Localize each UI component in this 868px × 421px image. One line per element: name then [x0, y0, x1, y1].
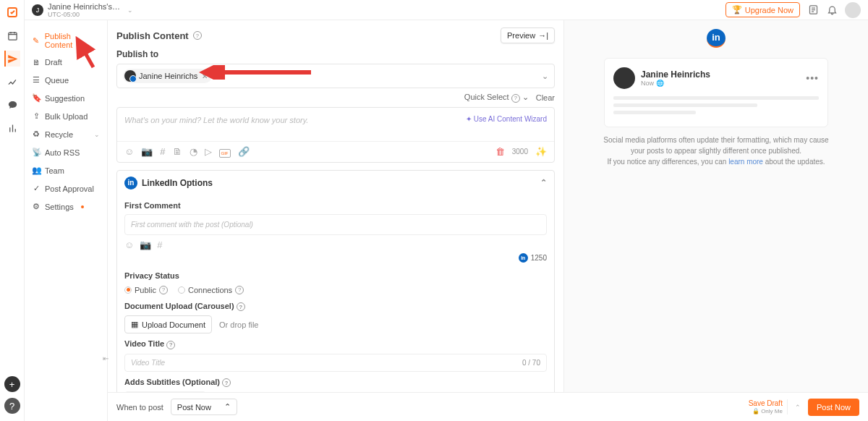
when-to-post-label: When to post [116, 403, 163, 412]
gear-icon: ⚙ [32, 202, 41, 211]
save-draft-button[interactable]: Save Draft 🔒Only Me [749, 399, 788, 415]
trash-icon[interactable]: 🗑 [495, 146, 505, 157]
upload-document-button[interactable]: ▦Upload Document [124, 315, 212, 333]
post-now-button[interactable]: Post Now [808, 399, 859, 416]
right-footer: Save Draft 🔒Only Me ⌃ Post Now [563, 392, 868, 421]
sidebar-item-recycle[interactable]: ♻Recycle⌄ [25, 125, 107, 143]
privacy-label: Privacy Status [124, 271, 547, 280]
reports-icon[interactable] [4, 120, 20, 136]
sidebar-item-queue[interactable]: ☰Queue [25, 71, 107, 89]
camera-icon[interactable]: 📷 [141, 146, 153, 157]
composer: What's on your mind? Let the world know … [116, 107, 555, 163]
upgrade-button[interactable]: 🏆 Upgrade Now [726, 2, 800, 17]
profile-avatar [124, 70, 136, 82]
publish-to-selector[interactable]: Janine Heinrichs ✕ ⌄ [116, 64, 555, 88]
info-icon: ? [159, 286, 168, 294]
preview-card: Janine Heinrichs Now🌐 ••• [604, 58, 828, 127]
learn-more-link[interactable]: learn more [728, 158, 763, 166]
chevron-up-icon: ⌃ [224, 402, 231, 412]
doc-upload-label: Document Upload (Carousel) ? [124, 302, 547, 312]
globe-icon: 🌐 [656, 80, 664, 87]
link-icon[interactable]: 🔗 [238, 146, 250, 157]
publish-icon[interactable] [4, 51, 20, 67]
sidebar-item-bulk-upload[interactable]: ⇪Bulk Upload [25, 107, 107, 125]
clear-button[interactable]: Clear [536, 93, 555, 102]
chevron-down-icon: ⌄ [94, 131, 100, 138]
ai-wizard-button[interactable]: Use AI Content Wizard [466, 115, 547, 123]
add-icon[interactable]: + [4, 376, 20, 392]
rss-icon: 📡 [32, 148, 41, 157]
gif-button[interactable]: GIF [219, 146, 231, 158]
sidebar-item-settings[interactable]: ⚙Settings [25, 197, 107, 216]
profile-name: Janine Heinrichs [139, 72, 197, 80]
bookmark-icon: 🔖 [32, 93, 41, 103]
linkedin-icon: in [124, 177, 137, 190]
sidebar-item-team[interactable]: 👥Team [25, 161, 107, 179]
first-comment-input[interactable]: First comment with the post (Optional) [124, 214, 547, 235]
info-icon[interactable]: ? [193, 31, 202, 40]
notes-icon[interactable] [807, 4, 819, 16]
more-icon[interactable]: ••• [806, 72, 819, 84]
save-draft-chevron[interactable]: ⌃ [795, 404, 801, 411]
hashtag-icon[interactable]: # [157, 239, 162, 250]
inbox-icon[interactable] [4, 97, 20, 113]
linkedin-options: in LinkedIn Options ⌃ First Comment Firs… [116, 170, 555, 418]
help-icon[interactable]: ? [4, 398, 20, 414]
char-counter: 3000 [512, 148, 528, 156]
preview-avatar [613, 67, 635, 89]
remove-profile-icon[interactable]: ✕ [202, 72, 208, 80]
preview-name: Janine Heinrichs [641, 69, 710, 80]
info-icon[interactable]: ? [222, 378, 231, 387]
app-logo [4, 4, 20, 20]
sidebar-item-publish-content[interactable]: ✎Publish Content [25, 27, 107, 54]
pencil-icon: ✎ [32, 36, 41, 46]
quick-select-button[interactable]: Quick Select ? ⌄ [464, 93, 529, 103]
emoji-icon[interactable]: ☺ [124, 239, 134, 250]
info-icon: ? [235, 286, 244, 294]
notification-dot [81, 205, 84, 208]
sidebar-item-auto-rss[interactable]: 📡Auto RSS [25, 143, 107, 161]
workspace-selector[interactable]: J Janine Heinrichs's ... UTC-05:00 ⌄ [32, 2, 133, 18]
team-icon: 👥 [32, 166, 41, 175]
info-icon[interactable]: ? [166, 341, 175, 349]
clock-icon[interactable]: ◔ [190, 146, 197, 157]
main-content: Publish Content ? Preview →| Publish to … [108, 20, 563, 421]
composer-textarea[interactable]: What's on your mind? Let the world know … [117, 108, 554, 141]
info-icon: ? [511, 94, 520, 103]
sidebar-item-suggestion[interactable]: 🔖Suggestion [25, 89, 107, 107]
subtitles-label: Adds Subtitles (Optional) ? [124, 378, 547, 388]
lock-icon: 🔒 [752, 408, 760, 415]
linkedin-network-icon[interactable]: in [707, 29, 726, 48]
document-icon[interactable]: 🗎 [173, 146, 182, 157]
calendar-icon[interactable] [4, 27, 20, 43]
workspace-avatar: J [32, 4, 43, 16]
drop-file-text: Or drop file [219, 320, 258, 329]
chevron-down-icon: ⌄ [542, 72, 548, 81]
video-title-counter: 0 / 70 [522, 359, 540, 367]
user-avatar[interactable] [845, 2, 861, 18]
chevron-down-icon: ⌄ [127, 7, 133, 14]
queue-icon: ☰ [32, 75, 41, 85]
left-rail: + ? [0, 0, 25, 421]
linkedin-options-toggle[interactable]: in LinkedIn Options ⌃ [117, 171, 554, 195]
emoji-icon[interactable]: ☺ [124, 146, 134, 157]
sidebar-item-post-approval[interactable]: ✓Post Approval [25, 179, 107, 197]
magic-wand-icon[interactable]: ✨ [535, 146, 547, 157]
privacy-connections-radio[interactable]: Connections ? [178, 286, 244, 294]
hashtag-icon[interactable]: # [160, 146, 165, 157]
video-title-label: Video Title ? [124, 339, 547, 349]
info-icon[interactable]: ? [237, 302, 245, 311]
analytics-icon[interactable] [4, 74, 20, 90]
preview-button[interactable]: Preview →| [501, 27, 555, 43]
bell-icon[interactable] [826, 4, 838, 16]
svg-rect-1 [9, 33, 17, 40]
media-icon[interactable]: ▷ [205, 146, 212, 157]
camera-icon[interactable]: 📷 [140, 239, 151, 250]
preview-pane: in Janine Heinrichs Now🌐 ••• Social medi… [563, 20, 868, 392]
when-to-post-select[interactable]: Post Now⌃ [171, 399, 237, 415]
profile-chip: Janine Heinrichs ✕ [123, 69, 212, 83]
sidebar: ✎Publish Content 🗎Draft ☰Queue 🔖Suggesti… [25, 20, 108, 421]
sidebar-item-draft[interactable]: 🗎Draft [25, 54, 107, 71]
privacy-public-radio[interactable]: Public ? [124, 286, 168, 294]
video-title-input[interactable]: Video Title0 / 70 [124, 354, 547, 372]
